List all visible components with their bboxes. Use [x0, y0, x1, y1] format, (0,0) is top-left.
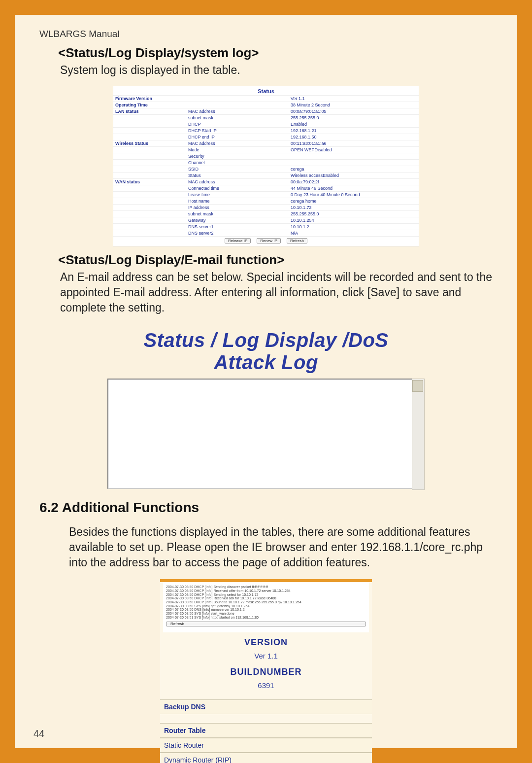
status-section-label: [113, 115, 186, 121]
status-field-label: DHCP end IP: [186, 134, 289, 140]
status-field-value: corega: [289, 166, 419, 172]
status-section-label: [113, 166, 186, 172]
status-field-value: Ver 1.1: [289, 96, 419, 102]
status-field-value: 10.10.1.2: [289, 224, 419, 230]
status-row: subnet mask255.255.255.0: [113, 210, 419, 217]
status-field-value: 00:11:a3:01:a1:a6: [289, 140, 419, 146]
status-field-label: Security: [186, 153, 289, 159]
status-section-label: [113, 230, 186, 236]
status-field-label: Gateway: [186, 217, 289, 223]
status-field-value: 00:0a:79:01:a1:05: [289, 108, 419, 114]
status-table-screenshot: Status Firmware VersionVer 1.1Operating …: [113, 86, 419, 246]
status-row: Firmware VersionVer 1.1: [113, 95, 419, 102]
buildnumber-heading: BUILDNUMBER: [160, 667, 372, 677]
status-field-label: MAC address: [186, 140, 289, 146]
renew-ip-button[interactable]: Renew IP: [257, 238, 281, 243]
status-section-label: WAN status: [113, 179, 186, 185]
manual-header: WLBARGS Manual: [39, 29, 493, 39]
release-ip-button[interactable]: Release IP: [225, 238, 251, 243]
heading-additional-functions: 6.2 Additional Functions: [39, 500, 493, 516]
status-field-value: 0 Day 23 Hour 40 Minute 0 Second: [289, 192, 419, 198]
status-row: DNS server110.10.1.2: [113, 223, 419, 230]
status-field-value: OPEN WEPDisabled: [289, 147, 419, 153]
status-row: DHCPEnabled: [113, 121, 419, 127]
status-field-label: subnet mask: [186, 211, 289, 217]
status-field-value: 10.10.1.254: [289, 217, 419, 223]
status-section-label: Wireless Status: [113, 140, 186, 146]
status-row: DHCP end IP192.168.1.50: [113, 134, 419, 140]
section-body-additional: Besides the functions displayed in the t…: [69, 524, 493, 570]
status-field-value: 192.168.1.50: [289, 134, 419, 140]
status-field-value: 10.10.1.72: [289, 205, 419, 210]
status-field-label: SSID: [186, 166, 289, 172]
refresh-button[interactable]: Refresh: [287, 238, 307, 243]
router-table-heading: Router Table: [160, 723, 372, 738]
backup-dns-link[interactable]: Backup DNS: [160, 699, 372, 714]
status-section-label: [113, 217, 186, 223]
core-rc-log-area: 2004-07-30 08:50 DHCP [Info] Sending dis…: [163, 582, 369, 632]
status-row: LAN statusMAC address00:0a:79:01:a1:05: [113, 108, 419, 114]
status-field-value: [289, 153, 419, 159]
status-row: Operating Time38 Minute 2 Second: [113, 102, 419, 108]
status-section-label: [113, 121, 186, 127]
status-field-value: Enabled: [289, 121, 419, 127]
status-row: DHCP Start IP192.168.1.21: [113, 127, 419, 134]
status-row: Lease time0 Day 23 Hour 40 Minute 0 Seco…: [113, 191, 419, 198]
status-row: Security: [113, 153, 419, 159]
version-heading: VERSION: [160, 637, 372, 648]
section-title-email: <Status/Log Display/E-mail function>: [58, 252, 493, 268]
core-rc-screenshot: 2004-07-30 08:50 DHCP [Info] Sending dis…: [160, 579, 372, 763]
status-field-label: DHCP: [186, 121, 289, 127]
status-section-label: [113, 185, 186, 191]
page-number: 44: [33, 728, 44, 739]
status-section-label: LAN status: [113, 108, 186, 114]
status-row: StatusWireless accessEnabled: [113, 172, 419, 178]
buildnumber-value: 6391: [160, 681, 372, 690]
status-buttons-row: Release IP Renew IP Refresh: [113, 236, 419, 246]
status-field-label: MAC address: [186, 108, 289, 114]
status-section-label: [113, 173, 186, 178]
scrollbar[interactable]: [412, 379, 425, 490]
status-field-label: [186, 102, 289, 108]
status-field-label: MAC address: [186, 179, 289, 185]
status-field-label: subnet mask: [186, 115, 289, 121]
status-section-label: Operating Time: [113, 102, 186, 108]
status-field-value: 192.168.1.21: [289, 128, 419, 134]
status-row: IP address10.10.1.72: [113, 204, 419, 210]
status-row: WAN statusMAC address00:0a:79:02:2f: [113, 178, 419, 185]
dos-attack-log-title: Status / Log Display /DoS Attack Log: [118, 329, 414, 374]
status-section-label: [113, 160, 186, 166]
status-field-label: DNS server1: [186, 224, 289, 230]
status-field-label: DNS server2: [186, 230, 289, 236]
status-field-value: 44 Minute 46 Second: [289, 185, 419, 191]
manual-page: WLBARGS Manual <Status/Log Display/syste…: [15, 15, 517, 748]
status-table-title: Status: [113, 86, 419, 95]
section-title-systemlog: <Status/Log Display/system log>: [58, 45, 493, 61]
status-row: SSIDcorega: [113, 166, 419, 172]
status-row: Connected time44 Minute 46 Second: [113, 185, 419, 191]
status-field-value: corega home: [289, 198, 419, 204]
status-section-label: [113, 134, 186, 140]
status-section-label: [113, 147, 186, 153]
status-section-label: [113, 205, 186, 210]
status-field-label: Mode: [186, 147, 289, 153]
status-row: Host namecorega home: [113, 198, 419, 204]
scrollbar-thumb[interactable]: [412, 380, 423, 392]
status-section-label: [113, 128, 186, 134]
status-section-label: [113, 198, 186, 204]
refresh-log-button[interactable]: Refresh: [166, 622, 366, 627]
status-field-value: Wireless accessEnabled: [289, 173, 419, 178]
status-section-label: Firmware Version: [113, 96, 186, 102]
status-section-label: [113, 153, 186, 159]
status-section-label: [113, 224, 186, 230]
dos-log-textarea[interactable]: [107, 379, 425, 489]
static-router-link[interactable]: Static Router: [160, 738, 372, 753]
status-field-label: Connected time: [186, 185, 289, 191]
status-field-label: Lease time: [186, 192, 289, 198]
status-field-value: 255.255.255.0: [289, 211, 419, 217]
status-field-value: 00:0a:79:02:2f: [289, 179, 419, 185]
status-row: Channel: [113, 159, 419, 166]
status-field-label: [186, 96, 289, 102]
dynamic-router-link[interactable]: Dynamic Router (RIP): [160, 753, 372, 763]
status-field-label: IP address: [186, 205, 289, 210]
